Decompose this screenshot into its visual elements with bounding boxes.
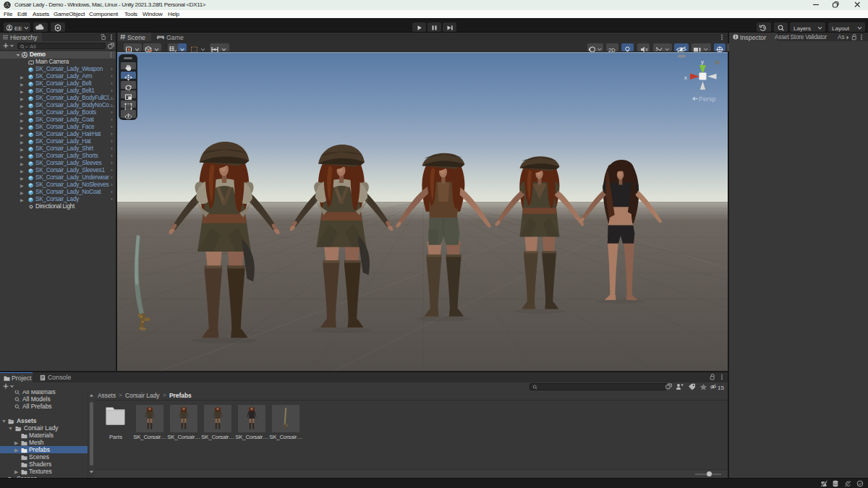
svg-text:Layout: Layout [832, 25, 850, 32]
svg-text:Layers: Layers [793, 25, 811, 32]
svg-text:Persp: Persp [699, 95, 716, 103]
svg-text:x: x [684, 74, 687, 81]
svg-text:15: 15 [718, 385, 724, 391]
svg-text:EE: EE [14, 25, 22, 32]
svg-text:y: y [701, 59, 704, 65]
